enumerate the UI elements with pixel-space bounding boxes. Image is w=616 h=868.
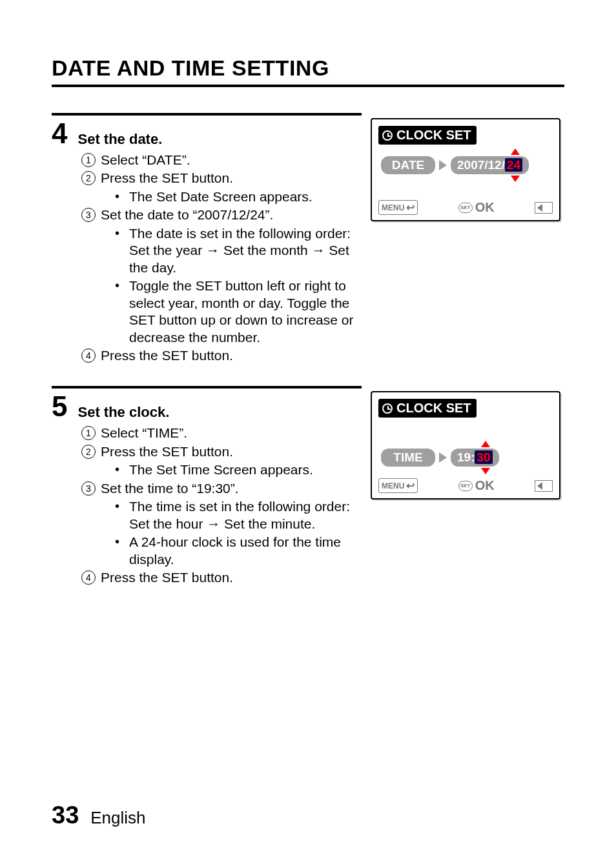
step-5-sub-2: 2Press the SET button. The Set Time Scre… bbox=[81, 443, 362, 479]
back-icon[interactable] bbox=[535, 202, 553, 214]
step-4-body: 4 Set the date. 1Select “DATE”. 2Press t… bbox=[52, 113, 371, 365]
step-4-sub-4-text: Press the SET button. bbox=[101, 348, 233, 363]
screen-title: CLOCK SET bbox=[378, 126, 477, 145]
step-5-sub-2-bullets: The Set Time Screen appears. bbox=[101, 461, 362, 478]
ok-button[interactable]: SETOK bbox=[458, 200, 495, 215]
step-4-sub-3-text: Set the date to “2007/12/24”. bbox=[101, 207, 273, 222]
play-icon bbox=[439, 452, 447, 463]
ok-button[interactable]: SETOK bbox=[458, 478, 495, 493]
time-value-highlight: 30 bbox=[475, 450, 492, 464]
screen-bottom-bar: MENU↩ SETOK bbox=[378, 478, 553, 493]
step-4-number: 4 bbox=[52, 116, 67, 148]
bullet: The date is set in the following order: … bbox=[115, 225, 362, 276]
step-5: 5 Set the clock. 1Select “TIME”. 2Press … bbox=[52, 386, 564, 587]
circled-3-icon: 3 bbox=[81, 208, 96, 222]
arrow-down-icon bbox=[481, 468, 490, 474]
circled-2-icon: 2 bbox=[81, 445, 96, 459]
step-4-sub-2-text: Press the SET button. bbox=[101, 170, 233, 185]
step-4: 4 Set the date. 1Select “DATE”. 2Press t… bbox=[52, 113, 564, 365]
date-label: DATE bbox=[381, 156, 435, 174]
page-number: 33 bbox=[52, 802, 79, 829]
step-4-sub-2: 2Press the SET button. The Set Date Scre… bbox=[81, 170, 362, 205]
circled-2-icon: 2 bbox=[81, 171, 96, 185]
set-icon: SET bbox=[458, 203, 473, 213]
time-value: 19:30 bbox=[451, 449, 499, 467]
step-5-sub-4-text: Press the SET button. bbox=[101, 570, 233, 585]
page-language: English bbox=[90, 808, 145, 828]
bullet: A 24-hour clock is used for the time dis… bbox=[115, 534, 362, 568]
step-5-sub-1: 1Select “TIME”. bbox=[81, 425, 362, 441]
step-5-number: 5 bbox=[52, 389, 67, 421]
page-title: DATE AND TIME SETTING bbox=[52, 56, 564, 87]
screen-title: CLOCK SET bbox=[378, 399, 477, 418]
time-label: TIME bbox=[381, 449, 435, 467]
date-value-highlight: 24 bbox=[505, 158, 522, 172]
time-value-pre: 19: bbox=[457, 450, 475, 464]
screen-title-text: CLOCK SET bbox=[396, 128, 471, 143]
menu-button[interactable]: MENU↩ bbox=[378, 478, 418, 493]
ok-label: OK bbox=[475, 200, 495, 215]
bullet: The time is set in the following order: … bbox=[115, 498, 362, 532]
page-footer: 33 English bbox=[52, 802, 146, 829]
step-5-sub-3: 3Set the time to “19:30”. The time is se… bbox=[81, 480, 362, 568]
step-5-sub-1-text: Select “TIME”. bbox=[101, 425, 187, 440]
step-4-sub-3: 3Set the date to “2007/12/24”. The date … bbox=[81, 207, 362, 346]
step-4-title: Set the date. bbox=[77, 119, 162, 148]
arrow-up-icon bbox=[481, 441, 490, 447]
circled-1-icon: 1 bbox=[81, 153, 96, 167]
step-5-sub-2-text: Press the SET button. bbox=[101, 444, 233, 459]
set-icon: SET bbox=[458, 481, 473, 491]
step-5-head: 5 Set the clock. bbox=[52, 386, 362, 421]
step-4-sub-1: 1Select “DATE”. bbox=[81, 152, 362, 168]
step-5-figure: CLOCK SET TIME 19:30 MENU↩ SETOK bbox=[371, 386, 564, 500]
play-icon bbox=[439, 160, 447, 170]
step-4-sub-4: 4Press the SET button. bbox=[81, 347, 362, 364]
clock-icon bbox=[382, 130, 393, 141]
bullet: Toggle the SET button left or right to s… bbox=[115, 278, 362, 346]
manual-page: DATE AND TIME SETTING 4 Set the date. 1S… bbox=[0, 0, 616, 868]
step-5-sub-3-text: Set the time to “19:30”. bbox=[101, 481, 239, 496]
step-5-sub-3-bullets: The time is set in the following order: … bbox=[101, 498, 362, 568]
step-5-body: 5 Set the clock. 1Select “TIME”. 2Press … bbox=[52, 386, 371, 587]
date-value: 2007/12/24 bbox=[451, 156, 529, 174]
arrow-down-icon bbox=[511, 176, 520, 182]
return-icon: ↩ bbox=[406, 201, 415, 214]
clock-set-time-screen: CLOCK SET TIME 19:30 MENU↩ SETOK bbox=[371, 391, 560, 500]
clock-set-date-screen: CLOCK SET DATE 2007/12/24 MENU↩ SETOK bbox=[371, 118, 560, 221]
step-5-list: 1Select “TIME”. 2Press the SET button. T… bbox=[52, 425, 362, 586]
screen-bottom-bar: MENU↩ SETOK bbox=[378, 200, 553, 215]
date-field-row: DATE 2007/12/24 bbox=[381, 156, 553, 174]
step-4-list: 1Select “DATE”. 2Press the SET button. T… bbox=[52, 152, 362, 364]
step-4-sub-2-bullets: The Set Date Screen appears. bbox=[101, 188, 362, 205]
circled-4-icon: 4 bbox=[81, 570, 96, 585]
arrow-up-icon bbox=[511, 148, 520, 155]
date-value-pre: 2007/12/ bbox=[457, 158, 505, 172]
ok-label: OK bbox=[475, 478, 495, 493]
step-4-sub-3-bullets: The date is set in the following order: … bbox=[101, 225, 362, 346]
bullet: The Set Date Screen appears. bbox=[115, 188, 362, 205]
step-5-title: Set the clock. bbox=[77, 392, 169, 421]
menu-label: MENU bbox=[382, 481, 404, 490]
step-4-head: 4 Set the date. bbox=[52, 113, 362, 148]
circled-1-icon: 1 bbox=[81, 426, 96, 440]
step-4-sub-1-text: Select “DATE”. bbox=[101, 152, 190, 167]
menu-button[interactable]: MENU↩ bbox=[378, 200, 418, 215]
circled-3-icon: 3 bbox=[81, 481, 96, 496]
step-4-figure: CLOCK SET DATE 2007/12/24 MENU↩ SETOK bbox=[371, 113, 564, 221]
menu-label: MENU bbox=[382, 203, 404, 212]
clock-icon bbox=[382, 403, 393, 414]
return-icon: ↩ bbox=[406, 479, 415, 492]
time-field-row: TIME 19:30 bbox=[381, 449, 553, 467]
bullet: The Set Time Screen appears. bbox=[115, 461, 362, 478]
step-5-sub-4: 4Press the SET button. bbox=[81, 569, 362, 586]
circled-4-icon: 4 bbox=[81, 348, 96, 363]
screen-title-text: CLOCK SET bbox=[396, 401, 471, 416]
back-icon[interactable] bbox=[535, 480, 553, 492]
